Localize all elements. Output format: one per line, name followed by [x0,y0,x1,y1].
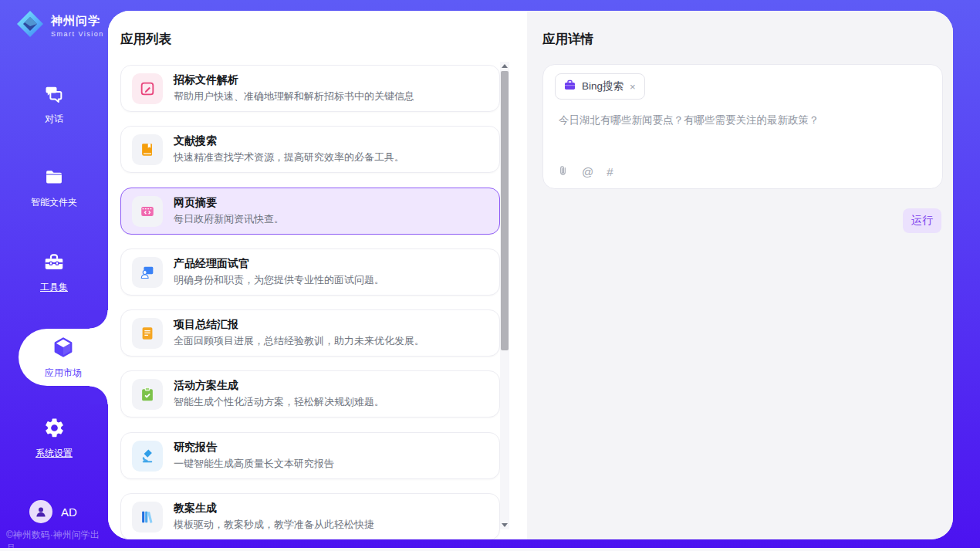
app-item-bid-document-parsing[interactable]: 招标文件解析 帮助用户快速、准确地理解和解析招标书中的关键信息 [120,65,500,112]
main-content: 应用列表 招标文件解析 帮助用户快速、准确地理解和解析招标书中的关键信息 [108,11,953,539]
app-name: 网页摘要 [174,196,284,209]
gear-icon [43,428,66,441]
app-list-title: 应用列表 [120,31,171,48]
scroll-up-arrow-icon[interactable] [502,64,508,68]
app-name: 研究报告 [174,441,334,454]
briefcase-icon [563,79,576,95]
microscope-icon [132,441,163,472]
cube-icon [52,348,75,361]
sidebar-item-toolset[interactable]: 工具集 [0,250,108,294]
close-icon[interactable]: × [629,81,637,93]
app-name: 产品经理面试官 [174,257,384,270]
diamond-logo-icon [15,9,45,42]
app-item-pm-interviewer[interactable]: 产品经理面试官 明确身份和职责，为您提供专业性的面试问题。 [120,248,500,296]
app-item-web-summary[interactable]: 网页摘要 每日政府新闻资讯快查。 [120,188,500,235]
app-item-literature-search[interactable]: 文献搜索 快速精准查找学术资源，提高研究效率的必备工具。 [120,126,500,173]
scroll-down-arrow-icon[interactable] [502,523,508,527]
sidebar-item-label: 智能文件夹 [0,196,108,209]
folder-icon [43,177,65,191]
chat-icon [43,94,65,107]
interviewer-icon [132,257,163,288]
scrollbar-thumb[interactable] [501,71,509,350]
app-name: 文献搜索 [174,134,404,147]
app-desc: 模板驱动，教案秒成，教学准备从此轻松快捷 [174,518,374,532]
prompt-input-text[interactable]: 今日湖北有哪些新闻要点？有哪些需要关注的最新政策？ [559,113,927,128]
app-item-project-summary[interactable]: 项目总结汇报 全面回顾项目进展，总结经验教训，助力未来优化发展。 [120,309,500,357]
sidebar-item-label: 工具集 [0,281,108,294]
app-name: 活动方案生成 [174,379,384,392]
app-desc: 明确身份和职责，为您提供专业性的面试问题。 [174,273,384,287]
sidebar-item-label: 应用市场 [19,367,108,380]
window-bottom-edge [0,548,980,551]
sidebar-item-label: 系统设置 [0,447,108,460]
app-list-panel: 应用列表 招标文件解析 帮助用户快速、准确地理解和解析招标书中的关键信息 [108,11,527,539]
browser-code-icon [132,196,163,227]
document-edit-icon [132,73,163,104]
app-list-scrollbar[interactable] [500,62,509,529]
avatar [29,500,52,523]
sidebar: 神州问学 Smart Vision 对话 智能文件夹 [0,0,108,548]
sidebar-item-app-market[interactable]: 应用市场 [19,329,108,386]
clipboard-check-icon [132,379,163,410]
tool-tag-label: Bing搜索 [582,79,623,93]
prompt-card[interactable]: Bing搜索 × 今日湖北有哪些新闻要点？有哪些需要关注的最新政策？ @ # [542,64,943,189]
paperclip-icon[interactable] [557,164,569,180]
app-name: 教案生成 [174,502,374,515]
app-detail-title: 应用详情 [542,31,593,48]
app-item-event-plan-generator[interactable]: 活动方案生成 智能生成个性化活动方案，轻松解决规划难题。 [120,370,500,417]
app-name: 招标文件解析 [174,73,414,86]
brand-name: 神州问学 [51,14,104,29]
tool-tag-bing-search[interactable]: Bing搜索 × [555,73,645,100]
report-note-icon [132,318,163,349]
book-icon [132,134,163,165]
brand-logo: 神州问学 Smart Vision [15,9,104,42]
app-item-research-report[interactable]: 研究报告 一键智能生成高质量长文本研究报告 [120,432,500,479]
app-desc: 一键智能生成高质量长文本研究报告 [174,457,334,471]
sidebar-item-label: 对话 [0,113,108,126]
run-button[interactable]: 运行 [903,208,941,233]
sidebar-item-chat[interactable]: 对话 [0,83,108,126]
user-account[interactable]: AD [29,500,77,523]
app-desc: 帮助用户快速、准确地理解和解析招标书中的关键信息 [174,90,414,103]
brand-subtitle: Smart Vision [51,30,104,38]
app-name: 项目总结汇报 [174,318,424,331]
hash-icon[interactable]: # [607,166,613,178]
user-initials: AD [61,505,77,519]
toolbox-icon [42,262,66,276]
sidebar-item-settings[interactable]: 系统设置 [0,417,108,460]
mention-icon[interactable]: @ [582,166,593,178]
app-detail-panel: 应用详情 Bing搜索 × 今日湖北有哪些新闻要点？有哪些需要关注的最新政策？ [527,11,953,539]
input-toolbar: @ # [557,164,613,180]
app-desc: 全面回顾项目进展，总结经验教训，助力未来优化发展。 [174,334,424,348]
app-desc: 智能生成个性化活动方案，轻松解决规划难题。 [174,395,384,409]
sidebar-item-smart-folder[interactable]: 智能文件夹 [0,167,108,209]
app-desc: 每日政府新闻资讯快查。 [174,212,284,226]
books-icon [132,502,163,532]
app-desc: 快速精准查找学术资源，提高研究效率的必备工具。 [174,150,404,164]
app-item-lesson-plan-generator[interactable]: 教案生成 模板驱动，教案秒成，教学准备从此轻松快捷 [120,493,500,539]
